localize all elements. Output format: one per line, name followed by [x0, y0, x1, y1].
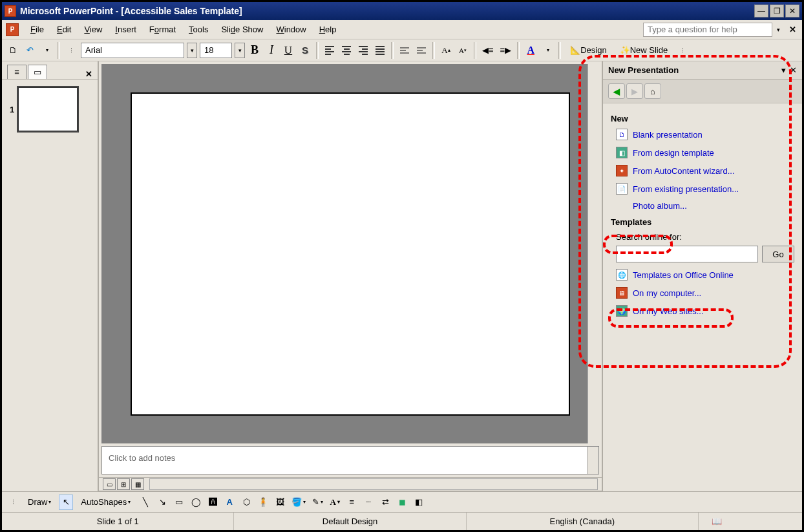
- go-button[interactable]: Go: [762, 246, 794, 262]
- line-tool[interactable]: ╲: [138, 495, 153, 510]
- undo-button[interactable]: ↶: [23, 43, 37, 58]
- dash-style-button[interactable]: ┈: [361, 495, 376, 510]
- textbox-tool[interactable]: 🅰: [206, 495, 220, 510]
- slideshow-view-button[interactable]: ▦: [131, 478, 144, 490]
- help-dropdown-icon[interactable]: ▾: [774, 24, 783, 36]
- arrow-tool[interactable]: ↘: [155, 495, 169, 510]
- home-button[interactable]: ⌂: [644, 83, 661, 99]
- back-button[interactable]: ◀: [608, 83, 625, 99]
- forward-button[interactable]: ▶: [626, 83, 643, 99]
- arrow-style-button[interactable]: ⇄: [378, 495, 392, 510]
- fill-color-button[interactable]: 🪣▾: [290, 495, 308, 510]
- link-blank-presentation[interactable]: 🗋Blank presentation: [616, 129, 794, 140]
- menu-tools[interactable]: Tools: [182, 22, 215, 37]
- shadow-style-button[interactable]: ◼: [395, 495, 409, 510]
- bulleted-list-button[interactable]: [414, 43, 428, 58]
- slide[interactable]: [131, 92, 570, 416]
- status-spellcheck[interactable]: 📖: [699, 513, 802, 530]
- draw-menu[interactable]: Draw ▾: [23, 495, 56, 510]
- align-justify-button[interactable]: [373, 43, 387, 58]
- restore-button[interactable]: ❐: [770, 5, 784, 17]
- select-objects-button[interactable]: ↖: [59, 495, 73, 510]
- close-button[interactable]: ✕: [785, 5, 799, 17]
- link-templates-office-online[interactable]: 🌐Templates on Office Online: [616, 269, 794, 281]
- font-color-draw-button[interactable]: A▾: [328, 495, 342, 510]
- picture-tool[interactable]: 🖼: [273, 495, 287, 510]
- increase-indent-button[interactable]: ≡▶: [498, 43, 514, 58]
- menu-window[interactable]: Window: [270, 22, 312, 37]
- oval-tool[interactable]: ◯: [189, 495, 203, 510]
- slide-canvas[interactable]: [101, 64, 599, 443]
- size-dropdown[interactable]: ▾: [235, 43, 245, 58]
- vertical-scrollbar[interactable]: [587, 64, 599, 443]
- new-file-button[interactable]: 🗋: [6, 43, 20, 58]
- link-on-my-computer[interactable]: 🖥On my computer...: [616, 287, 794, 299]
- decrease-font-button[interactable]: A▾: [456, 43, 470, 58]
- link-on-my-websites[interactable]: 🌍On my Web sites...: [616, 305, 794, 317]
- numbered-list-button[interactable]: [397, 43, 412, 58]
- template-search-input[interactable]: [616, 246, 758, 262]
- blank-icon: 🗋: [616, 129, 628, 140]
- align-left-button[interactable]: [323, 43, 337, 58]
- link-existing-presentation[interactable]: 📄From existing presentation...: [616, 183, 794, 195]
- status-language[interactable]: English (Canada): [467, 513, 699, 530]
- menu-insert[interactable]: Insert: [109, 22, 143, 37]
- menu-slideshow[interactable]: Slide Show: [215, 22, 270, 37]
- slide-thumbnail-row[interactable]: 1: [10, 87, 90, 131]
- line-style-button[interactable]: ≡: [344, 495, 359, 510]
- clipart-tool[interactable]: 🧍: [256, 495, 270, 510]
- outline-tab[interactable]: ≡: [7, 65, 26, 79]
- taskpane-title: New Presentation: [608, 65, 781, 75]
- office-online-icon: 🌐: [616, 269, 628, 281]
- rectangle-tool[interactable]: ▭: [172, 495, 186, 510]
- sorter-view-button[interactable]: ⊞: [117, 478, 130, 490]
- help-search-input[interactable]: [643, 23, 772, 37]
- taskpane-close-button[interactable]: ✕: [790, 65, 797, 75]
- outline-close-button[interactable]: ✕: [85, 69, 92, 79]
- line-color-button[interactable]: ✎▾: [310, 495, 325, 510]
- slide-area: Click to add notes ▭ ⊞ ▦: [99, 61, 602, 491]
- font-selector[interactable]: Arial: [81, 43, 184, 58]
- draw-grip[interactable]: ⋮: [6, 495, 20, 510]
- font-color-button[interactable]: A: [524, 43, 538, 58]
- undo-dropdown[interactable]: ▾: [39, 43, 54, 58]
- normal-view-button[interactable]: ▭: [103, 478, 116, 490]
- slides-tab[interactable]: ▭: [28, 65, 47, 79]
- align-right-button[interactable]: [356, 43, 370, 58]
- notes-scrollbar[interactable]: [587, 447, 598, 474]
- mdi-close-button[interactable]: ✕: [787, 24, 798, 36]
- diagram-tool[interactable]: ⬡: [239, 495, 253, 510]
- font-color-dropdown[interactable]: ▾: [540, 43, 555, 58]
- text-shadow-button[interactable]: S: [298, 43, 312, 58]
- bold-button[interactable]: B: [248, 43, 262, 58]
- link-autocontent-wizard[interactable]: ✦From AutoContent wizard...: [616, 165, 794, 176]
- autoshapes-menu[interactable]: AutoShapes ▾: [76, 495, 136, 510]
- toolbar-overflow[interactable]: ⋮: [675, 43, 690, 58]
- link-design-template[interactable]: ◧From design template: [616, 147, 794, 158]
- decrease-indent-button[interactable]: ◀≡: [480, 43, 496, 58]
- menu-help[interactable]: Help: [313, 22, 343, 37]
- increase-font-button[interactable]: A▴: [439, 43, 453, 58]
- taskpane-dropdown[interactable]: ▾: [781, 65, 786, 75]
- menu-file[interactable]: File: [24, 22, 50, 37]
- underline-button[interactable]: U: [281, 43, 295, 58]
- notes-pane[interactable]: Click to add notes: [101, 446, 599, 474]
- link-photo-album[interactable]: Photo album...: [633, 201, 794, 211]
- italic-button[interactable]: I: [264, 43, 279, 58]
- wordart-tool[interactable]: A: [222, 495, 237, 510]
- menu-format[interactable]: Format: [143, 22, 182, 37]
- horizontal-scrollbar[interactable]: [149, 478, 598, 490]
- 3d-style-button[interactable]: ◧: [412, 495, 426, 510]
- new-slide-button[interactable]: ✨ New Slide: [615, 43, 673, 58]
- menu-edit[interactable]: Edit: [50, 22, 78, 37]
- font-dropdown[interactable]: ▾: [187, 43, 197, 58]
- minimize-button[interactable]: —: [754, 5, 768, 17]
- window-title: Microsoft PowerPoint - [Accessible Sales…: [20, 6, 754, 16]
- slide-thumbnail[interactable]: [18, 87, 78, 131]
- toolbar-options[interactable]: ⋮: [64, 43, 78, 58]
- computer-icon: 🖥: [616, 287, 628, 299]
- align-center-button[interactable]: [339, 43, 354, 58]
- font-size-selector[interactable]: 18: [200, 43, 232, 58]
- menu-view[interactable]: View: [78, 22, 109, 37]
- design-button[interactable]: 📐 Design: [565, 43, 611, 58]
